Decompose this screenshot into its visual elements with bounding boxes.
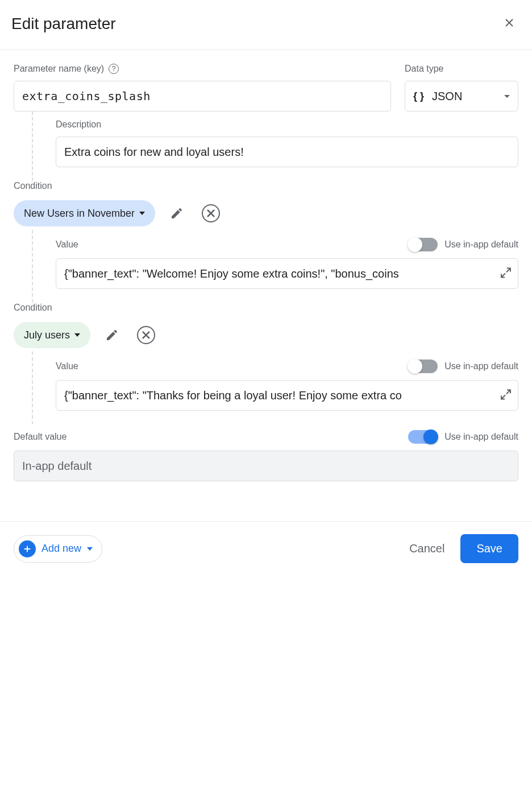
close-icon [502, 16, 516, 30]
save-button[interactable]: Save [460, 534, 518, 563]
help-icon[interactable]: ? [109, 64, 119, 74]
default-use-in-app-toggle[interactable] [408, 430, 438, 444]
edit-condition-button[interactable] [167, 203, 187, 224]
description-label: Description [56, 119, 518, 130]
close-circle-icon [202, 204, 220, 222]
value-label: Value [56, 361, 78, 371]
json-braces-icon: { } [413, 90, 424, 102]
remove-condition-button[interactable] [134, 323, 159, 348]
chevron-down-icon [139, 212, 145, 215]
condition-chip-new-users[interactable]: New Users in November [14, 200, 155, 226]
close-button[interactable] [498, 11, 521, 36]
remove-condition-button[interactable] [198, 201, 223, 226]
condition-label: Condition [0, 303, 532, 313]
condition-value-input[interactable] [56, 258, 518, 289]
condition-value-input[interactable] [56, 380, 518, 411]
param-name-input[interactable] [14, 81, 391, 111]
data-type-select[interactable]: { } JSON [405, 81, 518, 111]
data-type-label: Data type [405, 64, 518, 74]
cancel-button[interactable]: Cancel [409, 542, 444, 555]
condition-chip-label: July users [24, 329, 70, 341]
expand-button[interactable] [499, 388, 513, 403]
use-in-app-default-label: Use in-app default [444, 239, 518, 250]
chevron-down-icon [504, 95, 510, 98]
value-label: Value [56, 239, 78, 250]
page-title: Edit parameter [11, 15, 116, 33]
expand-icon [499, 266, 513, 280]
use-in-app-default-label: Use in-app default [444, 432, 518, 442]
data-type-value: JSON [432, 90, 498, 103]
expand-button[interactable] [499, 266, 513, 282]
use-in-app-default-toggle[interactable] [408, 360, 438, 373]
param-name-label: Parameter name (key) ? [14, 64, 391, 74]
chevron-down-icon [74, 333, 80, 337]
use-in-app-default-label: Use in-app default [444, 361, 518, 371]
condition-chip-july-users[interactable]: July users [14, 322, 90, 348]
add-new-button[interactable]: Add new [14, 535, 102, 563]
use-in-app-default-toggle[interactable] [408, 238, 438, 251]
default-value-label: Default value [14, 432, 66, 442]
close-circle-icon [137, 326, 155, 344]
condition-chip-label: New Users in November [24, 208, 135, 220]
pencil-icon [105, 328, 119, 342]
add-new-label: Add new [41, 543, 81, 555]
chevron-down-icon [87, 547, 93, 551]
condition-label: Condition [0, 181, 532, 191]
edit-condition-button[interactable] [102, 325, 122, 345]
description-input[interactable] [56, 137, 518, 167]
pencil-icon [170, 206, 184, 220]
plus-circle-icon [19, 540, 36, 557]
default-value-input [14, 451, 518, 481]
expand-icon [499, 388, 513, 402]
